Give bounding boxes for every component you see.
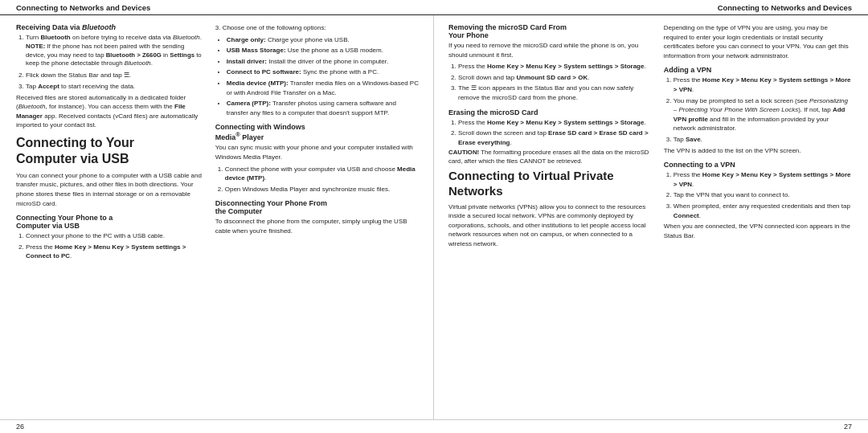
- remove-steps: Press the Home Key > Menu Key > System s…: [458, 62, 653, 102]
- conn-step1: Press the Home Key > Menu Key > System s…: [674, 170, 852, 189]
- left-col-1: Receiving Data via Bluetooth Turn Blueto…: [16, 23, 204, 263]
- vpn-intro: Virtual private networks (VPNs) allow yo…: [448, 202, 653, 249]
- received-text: Received files are stored automatically …: [16, 93, 204, 130]
- remove-intro: If you need to remove the microSD card w…: [448, 41, 653, 59]
- options-intro: 3. Choose one of the following options:: [215, 23, 419, 33]
- add-vpn-heading: Adding a VPN: [664, 66, 852, 74]
- erase-step1: Press the Home Key > Menu Key > System s…: [458, 118, 653, 128]
- receiving-note: NOTE: If the phone has not been paired w…: [26, 43, 204, 69]
- left-page-number: 26: [16, 423, 24, 431]
- disc-heading: Disconnecting Your Phone Fromthe Compute…: [215, 199, 419, 215]
- receiving-steps: Turn Bluetooth on before trying to recei…: [26, 33, 204, 92]
- conn-vpn-result: When you are connected, the VPN connecte…: [664, 222, 852, 240]
- remove-step1: Press the Home Key > Menu Key > System s…: [458, 62, 653, 71]
- left-col-2: 3. Choose one of the following options: …: [215, 23, 419, 263]
- page-container: Connecting to Networks and Devices Conne…: [0, 0, 868, 433]
- add-vpn-steps: Press the Home Key > Menu Key > System s…: [674, 76, 852, 144]
- remove-sd-heading: Removing the microSD Card FromYour Phone: [448, 23, 653, 39]
- windows-step1: Connect the phone with your computer via…: [225, 165, 419, 183]
- windows-step2: Open Windows Media Player and synchroniz…: [225, 185, 419, 194]
- header-left-title: Connecting to Networks and Devices: [16, 3, 150, 12]
- receiving-step2: Flick down the Status Bar and tap ☰.: [26, 71, 204, 80]
- option-install-driver: Install driver: Install the driver of th…: [227, 57, 419, 67]
- phone-usb-steps: Connect your phone to the PC with a USB …: [26, 231, 204, 261]
- add-vpn-result: The VPN is added to the list on the VPN …: [664, 146, 852, 156]
- left-inner: Receiving Data via Bluetooth Turn Blueto…: [16, 23, 419, 263]
- vpn-big-heading: Connecting to Virtual PrivateNetworks: [448, 169, 653, 199]
- option-mass-storage: USB Mass Storage: Use the phone as a USB…: [227, 46, 419, 55]
- phone-step1: Connect your phone to the PC with a USB …: [26, 231, 204, 241]
- windows-intro: You can sync music with your phone and y…: [215, 143, 419, 161]
- option-charge: Charge only: Charge your phone via USB.: [227, 35, 419, 45]
- right-page: Removing the microSD Card FromYour Phone…: [434, 15, 868, 419]
- usb-big-heading: Connecting to YourComputer via USB: [16, 135, 204, 167]
- conn-step2: Tap the VPN that you want to connect to.: [674, 190, 852, 200]
- add-step2: You may be prompted to set a lock screen…: [674, 96, 852, 133]
- options-list: Charge only: Charge your phone via USB. …: [227, 35, 419, 118]
- usb-intro: You can connect your phone to a computer…: [16, 171, 204, 208]
- receiving-step3: Tap Accept to start receiving the data.: [26, 82, 204, 92]
- footer-bar: 26 27: [0, 419, 868, 433]
- conn-vpn-heading: Connecting to a VPN: [664, 161, 852, 169]
- phone-step2: Press the Home Key > Menu Key > System s…: [26, 243, 204, 261]
- phone-usb-heading: Connecting Your Phone to aComputer via U…: [16, 214, 204, 230]
- disc-text: To disconnect the phone from the compute…: [215, 217, 419, 235]
- caution-text: CAUTION! The formatting procedure erases…: [448, 149, 653, 166]
- left-page: Receiving Data via Bluetooth Turn Blueto…: [0, 15, 434, 419]
- option-ptp: Camera (PTP): Transfer photos using came…: [227, 99, 419, 117]
- erase-steps: Press the Home Key > Menu Key > System s…: [458, 118, 653, 148]
- remove-step3: The ☰ icon appears in the Status Bar and…: [458, 84, 653, 102]
- remove-step2: Scroll down and tap Unmount SD card > OK…: [458, 73, 653, 83]
- right-page-number: 27: [844, 423, 852, 431]
- option-pc-software: Connect to PC software: Sync the phone w…: [227, 67, 419, 77]
- add-step1: Press the Home Key > Menu Key > System s…: [674, 76, 852, 94]
- windows-steps: Connect the phone with your computer via…: [225, 165, 419, 194]
- erase-step2: Scroll down the screen and tap Erase SD …: [458, 129, 653, 147]
- option-mtp: Media device (MTP): Transfer media files…: [227, 79, 419, 97]
- vpn-desc: Depending on the type of VPN you are usi…: [664, 23, 852, 60]
- conn-vpn-steps: Press the Home Key > Menu Key > System s…: [674, 170, 852, 220]
- right-col-2: Depending on the type of VPN you are usi…: [664, 23, 852, 251]
- content-area: Receiving Data via Bluetooth Turn Blueto…: [0, 15, 868, 419]
- header-bar: Connecting to Networks and Devices Conne…: [0, 0, 868, 15]
- right-inner: Removing the microSD Card FromYour Phone…: [448, 23, 852, 251]
- erase-sd-heading: Erasing the microSD Card: [448, 108, 653, 116]
- windows-media-heading: Connecting with WindowsMedia® Player: [215, 123, 419, 141]
- bluetooth-italic: Bluetooth: [82, 23, 116, 31]
- header-right-title: Connecting to Networks and Devices: [718, 3, 852, 12]
- receiving-step1: Turn Bluetooth on before trying to recei…: [26, 33, 204, 68]
- receiving-heading: Receiving Data via Bluetooth: [16, 23, 204, 31]
- right-col-1: Removing the microSD Card FromYour Phone…: [448, 23, 653, 251]
- add-step3: Tap Save.: [674, 135, 852, 145]
- conn-step3: When prompted, enter any requested crede…: [674, 202, 852, 220]
